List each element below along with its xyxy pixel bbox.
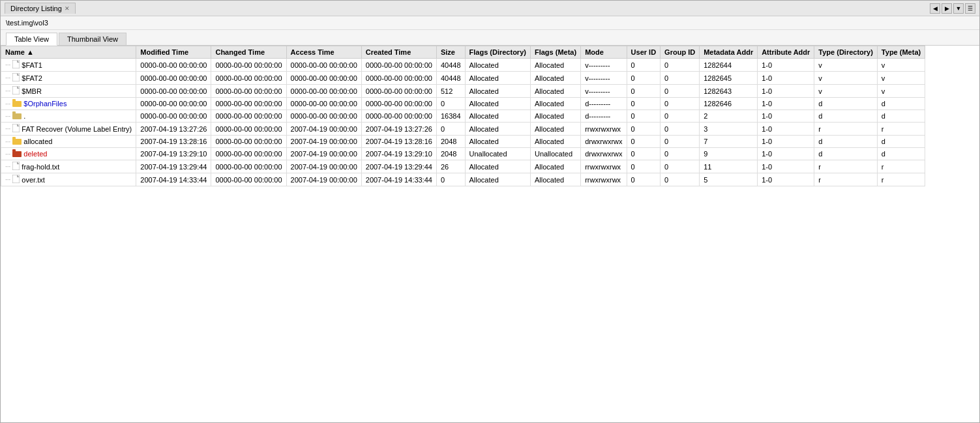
cell-type-meta: d [877,98,925,110]
cell-mode: v--------- [581,59,627,72]
col-group-id[interactable]: Group ID [661,46,700,59]
cell-type-dir: r [814,160,878,173]
cell-group-id: 0 [661,98,700,110]
cell-group-id: 0 [661,110,700,123]
file-name: frag-hold.txt [22,163,59,171]
tab-table-view[interactable]: Table View [6,33,57,46]
cell-group-id: 0 [661,123,700,136]
cell-name: ···$MBR [1,85,136,98]
cell-type-meta: r [877,160,925,173]
cell-user-id: 0 [627,136,661,148]
cell-type-dir: d [814,136,878,148]
col-mode[interactable]: Mode [581,46,627,59]
table-row[interactable]: ···$FAT20000-00-00 00:00:000000-00-00 00… [1,72,925,85]
table-row[interactable]: ···over.txt2007-04-19 14:33:440000-00-00… [1,173,925,186]
col-type-dir[interactable]: Type (Directory) [814,46,878,59]
table-row[interactable]: ···FAT Recover (Volume Label Entry)2007-… [1,123,925,136]
col-size[interactable]: Size [436,46,465,59]
col-access-time[interactable]: Access Time [286,46,361,59]
col-flags-dir[interactable]: Flags (Directory) [465,46,530,59]
cell-metadata-addr: 9 [700,148,758,160]
cell-size: 16384 [436,110,465,123]
svg-rect-8 [12,139,22,145]
cell-attribute-addr: 1-0 [758,160,814,173]
cell-mode: rrwxrwxrwx [581,160,627,173]
col-modified-time[interactable]: Modified Time [136,46,211,59]
tabs-row: Table View Thumbnail View [1,30,979,46]
cell-changed-time: 0000-00-00 00:00:00 [211,59,286,72]
cell-mode: d--------- [581,98,627,110]
cell-created-time: 0000-00-00 00:00:00 [361,98,436,110]
cell-access-time: 2007-04-19 00:00:00 [286,148,361,160]
cell-modified-time: 2007-04-19 13:27:26 [136,123,211,136]
cell-type-meta: r [877,173,925,186]
cell-created-time: 2007-04-19 13:29:10 [361,148,436,160]
cell-size: 40448 [436,59,465,72]
row-indicator: ··· [5,163,10,170]
cell-type-meta: d [877,136,925,148]
col-type-meta[interactable]: Type (Meta) [877,46,925,59]
cell-access-time: 0000-00-00 00:00:00 [286,85,361,98]
close-tab-icon[interactable]: ✕ [65,5,70,12]
window-tab[interactable]: Directory Listing ✕ [5,3,76,14]
cell-attribute-addr: 1-0 [758,98,814,110]
cell-type-meta: v [877,72,925,85]
table-row[interactable]: ···.0000-00-00 00:00:000000-00-00 00:00:… [1,110,925,123]
file-name: FAT Recover (Volume Label Entry) [22,125,132,133]
cell-user-id: 0 [627,85,661,98]
table-row[interactable]: ···allocated2007-04-19 13:28:160000-00-0… [1,136,925,148]
cell-mode: rrwxrwxrwx [581,173,627,186]
row-indicator: ··· [5,61,10,68]
cell-attribute-addr: 1-0 [758,123,814,136]
directory-table: Name ▲ Modified Time Changed Time Access… [1,46,925,186]
col-name[interactable]: Name ▲ [1,46,136,59]
cell-modified-time: 2007-04-19 13:28:16 [136,136,211,148]
cell-flags-meta: Unallocated [530,148,580,160]
table-row[interactable]: ···deleted2007-04-19 13:29:100000-00-00 … [1,148,925,160]
cell-name: ···deleted [1,148,136,160]
table-row[interactable]: ···$MBR0000-00-00 00:00:000000-00-00 00:… [1,85,925,98]
table-row[interactable]: ···$OrphanFiles0000-00-00 00:00:000000-0… [1,98,925,110]
cell-size: 0 [436,173,465,186]
cell-name: ···over.txt [1,173,136,186]
cell-created-time: 2007-04-19 13:27:26 [361,123,436,136]
col-created-time[interactable]: Created Time [361,46,436,59]
down-button[interactable]: ▼ [953,3,964,14]
table-row[interactable]: ···$FAT10000-00-00 00:00:000000-00-00 00… [1,59,925,72]
cell-flags-meta: Allocated [530,85,580,98]
folder-icon [12,99,22,108]
cell-size: 2048 [436,136,465,148]
prev-button[interactable]: ◀ [930,3,940,14]
cell-modified-time: 0000-00-00 00:00:00 [136,85,211,98]
col-flags-meta[interactable]: Flags (Meta) [530,46,580,59]
cell-flags-dir: Allocated [465,173,530,186]
col-user-id[interactable]: User ID [627,46,661,59]
file-icon [12,175,20,184]
cell-metadata-addr: 1282645 [700,72,758,85]
cell-type-meta: r [877,123,925,136]
cell-metadata-addr: 1282643 [700,85,758,98]
cell-user-id: 0 [627,72,661,85]
cell-metadata-addr: 7 [700,136,758,148]
col-changed-time[interactable]: Changed Time [211,46,286,59]
row-indicator: ··· [5,125,10,132]
cell-type-meta: v [877,59,925,72]
tab-thumbnail-view[interactable]: Thumbnail View [59,33,126,45]
next-button[interactable]: ▶ [942,3,952,14]
table-body: ···$FAT10000-00-00 00:00:000000-00-00 00… [1,59,925,186]
cell-name: ···$OrphanFiles [1,98,136,110]
cell-changed-time: 0000-00-00 00:00:00 [211,160,286,173]
col-attribute-addr[interactable]: Attribute Addr [758,46,814,59]
row-indicator: ··· [5,113,10,120]
cell-attribute-addr: 1-0 [758,85,814,98]
cell-attribute-addr: 1-0 [758,136,814,148]
menu-button[interactable]: ☰ [965,3,975,14]
cell-metadata-addr: 11 [700,160,758,173]
svg-rect-7 [12,124,20,132]
table-row[interactable]: ···frag-hold.txt2007-04-19 13:29:440000-… [1,160,925,173]
cell-access-time: 0000-00-00 00:00:00 [286,72,361,85]
cell-metadata-addr: 3 [700,123,758,136]
cell-flags-dir: Allocated [465,110,530,123]
col-metadata-addr[interactable]: Metadata Addr [700,46,758,59]
cell-type-meta: d [877,110,925,123]
